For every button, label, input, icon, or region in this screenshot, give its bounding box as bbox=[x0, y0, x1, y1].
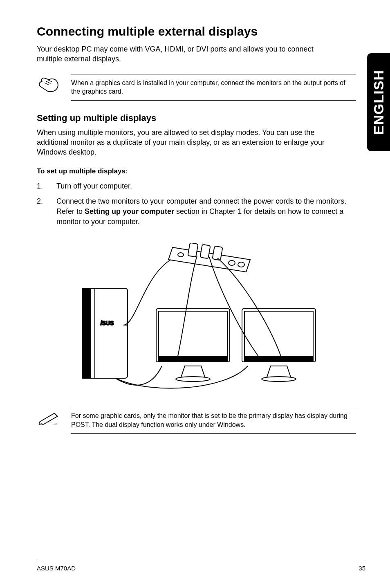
intro-paragraph: Your desktop PC may come with VGA, HDMI,… bbox=[37, 44, 339, 64]
hand-pointing-icon bbox=[37, 74, 61, 94]
setup-illustration: /SUS bbox=[37, 243, 365, 391]
svg-point-13 bbox=[176, 377, 210, 382]
page-footer: ASUS M70AD 35 bbox=[37, 562, 365, 572]
note-graphics-card: When a graphics card is installed in you… bbox=[37, 74, 356, 101]
svg-rect-16 bbox=[244, 356, 313, 362]
note-graphics-card-text: When a graphics card is installed in you… bbox=[71, 74, 356, 101]
page-content: Connecting multiple external displays Yo… bbox=[0, 0, 390, 588]
svg-point-3 bbox=[178, 253, 184, 257]
steps-heading: To set up multiple displays: bbox=[37, 167, 365, 175]
step-text: Turn off your computer. bbox=[56, 181, 132, 191]
page-title: Connecting multiple external displays bbox=[37, 25, 365, 38]
footer-page-number: 35 bbox=[359, 565, 365, 572]
svg-rect-0 bbox=[188, 243, 198, 257]
pencil-note-icon bbox=[37, 407, 61, 427]
step-text: Connect the two monitors to your compute… bbox=[56, 196, 347, 227]
svg-rect-1 bbox=[200, 245, 210, 259]
step-item: 2. Connect the two monitors to your comp… bbox=[37, 196, 347, 227]
svg-rect-11 bbox=[159, 311, 227, 356]
steps-list: 1. Turn off your computer. 2. Connect th… bbox=[37, 181, 347, 227]
section-heading: Setting up multiple displays bbox=[37, 113, 365, 123]
step-number: 2. bbox=[37, 196, 45, 227]
section-intro: When using multiple monitors, you are al… bbox=[37, 128, 339, 157]
svg-point-17 bbox=[262, 377, 296, 382]
svg-rect-12 bbox=[159, 356, 227, 362]
svg-point-4 bbox=[229, 260, 235, 265]
note-post-display: For some graphic cards, only the monitor… bbox=[37, 407, 356, 433]
svg-point-5 bbox=[238, 262, 244, 267]
step-number: 1. bbox=[37, 181, 45, 191]
svg-rect-7 bbox=[83, 288, 91, 378]
note-post-display-text: For some graphic cards, only the monitor… bbox=[71, 407, 356, 433]
footer-model: ASUS M70AD bbox=[37, 565, 76, 572]
svg-text:/SUS: /SUS bbox=[101, 320, 114, 326]
svg-rect-15 bbox=[244, 311, 313, 356]
step-item: 1. Turn off your computer. bbox=[37, 181, 347, 191]
